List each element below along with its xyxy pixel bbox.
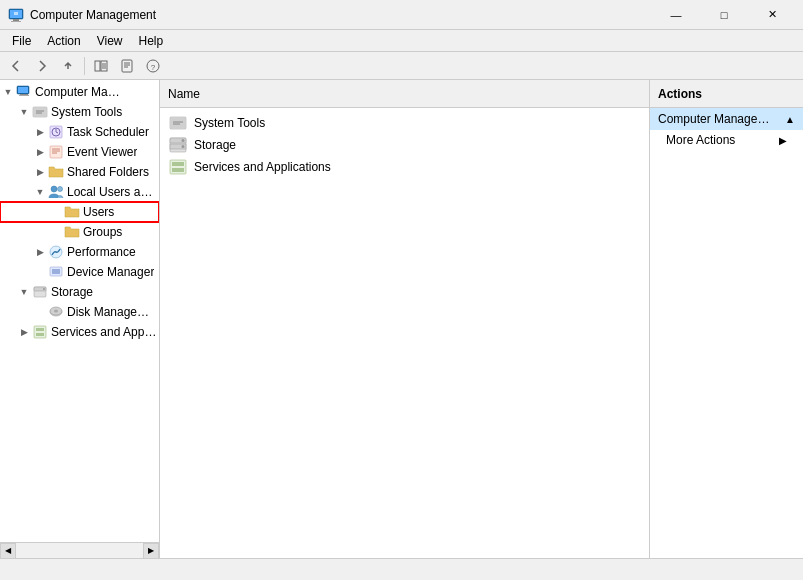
name-column-header: Name bbox=[168, 87, 200, 101]
tree-node-disk-management[interactable]: ▶ Disk Management bbox=[0, 302, 159, 322]
svg-rect-21 bbox=[34, 108, 46, 116]
close-button[interactable]: ✕ bbox=[749, 0, 795, 30]
tree-panel: ▼ Computer Management (Local ▼ bbox=[0, 80, 160, 558]
users-folder-icon bbox=[64, 204, 80, 220]
actions-header: Actions bbox=[650, 80, 803, 108]
expand-services-apps[interactable]: ▶ bbox=[16, 324, 32, 340]
svg-rect-19 bbox=[19, 95, 29, 96]
list-item-system-tools[interactable]: System Tools bbox=[164, 112, 645, 134]
window-controls: — □ ✕ bbox=[653, 0, 795, 30]
scroll-right-arrow[interactable]: ▶ bbox=[143, 543, 159, 559]
shared-folders-icon bbox=[48, 164, 64, 180]
svg-rect-18 bbox=[20, 94, 28, 95]
tree-node-device-manager[interactable]: ▶ Device Manager bbox=[0, 262, 159, 282]
list-item-services-applications[interactable]: Services and Applications bbox=[164, 156, 645, 178]
action-item-more-actions[interactable]: More Actions ▶ bbox=[650, 130, 803, 150]
maximize-button[interactable]: □ bbox=[701, 0, 747, 30]
tree-node-task-scheduler[interactable]: ▶ Task Scheduler bbox=[0, 122, 159, 142]
scroll-track-left[interactable] bbox=[16, 543, 143, 558]
svg-point-39 bbox=[43, 288, 45, 290]
tree-node-label-task-scheduler: Task Scheduler bbox=[67, 125, 149, 139]
minimize-button[interactable]: — bbox=[653, 0, 699, 30]
svg-rect-17 bbox=[18, 87, 28, 93]
svg-point-54 bbox=[182, 145, 185, 148]
expand-storage[interactable]: ▼ bbox=[16, 284, 32, 300]
tree-node-storage[interactable]: ▼ Storage bbox=[0, 282, 159, 302]
action-group-arrow: ▲ bbox=[785, 114, 795, 125]
svg-text:?: ? bbox=[151, 63, 156, 72]
svg-rect-3 bbox=[11, 21, 21, 22]
properties-button[interactable] bbox=[115, 55, 139, 77]
toolbar: ? bbox=[0, 52, 803, 80]
scroll-left-arrow[interactable]: ◀ bbox=[0, 543, 16, 559]
expand-task-scheduler[interactable]: ▶ bbox=[32, 124, 48, 140]
list-item-label-system-tools: System Tools bbox=[194, 116, 265, 130]
expand-local-users-groups[interactable]: ▼ bbox=[32, 184, 48, 200]
forward-button[interactable] bbox=[30, 55, 54, 77]
tree-node-event-viewer[interactable]: ▶ Event Viewer bbox=[0, 142, 159, 162]
tree-node-label-storage: Storage bbox=[51, 285, 93, 299]
up-button[interactable] bbox=[56, 55, 80, 77]
services-list-icon bbox=[168, 157, 188, 177]
tree-node-shared-folders[interactable]: ▶ Shared Folders bbox=[0, 162, 159, 182]
svg-point-52 bbox=[182, 139, 185, 142]
expand-performance[interactable]: ▶ bbox=[32, 244, 48, 260]
tree-content: ▼ Computer Management (Local ▼ bbox=[0, 80, 159, 542]
tree-node-services-apps[interactable]: ▶ Services and Applications bbox=[0, 322, 159, 342]
action-submenu-arrow: ▶ bbox=[779, 135, 787, 146]
tree-node-groups[interactable]: ▶ Groups bbox=[0, 222, 159, 242]
list-item-storage[interactable]: Storage bbox=[164, 134, 645, 156]
svg-rect-5 bbox=[95, 61, 100, 71]
center-content: System Tools Storage bbox=[160, 108, 649, 558]
back-button[interactable] bbox=[4, 55, 28, 77]
tree-node-label-system-tools: System Tools bbox=[51, 105, 122, 119]
actions-title: Actions bbox=[658, 87, 702, 101]
performance-icon bbox=[48, 244, 64, 260]
actions-content: Computer Management (L... ▲ More Actions… bbox=[650, 108, 803, 558]
show-hide-console[interactable] bbox=[89, 55, 113, 77]
app-icon bbox=[8, 7, 24, 23]
tree-node-label-device-manager: Device Manager bbox=[67, 265, 154, 279]
menu-help[interactable]: Help bbox=[131, 32, 172, 50]
svg-rect-2 bbox=[13, 19, 19, 21]
menu-action[interactable]: Action bbox=[39, 32, 88, 50]
svg-rect-10 bbox=[122, 60, 132, 72]
list-item-label-services-applications: Services and Applications bbox=[194, 160, 331, 174]
expand-computer-management[interactable]: ▼ bbox=[0, 84, 16, 100]
tree-node-computer-management[interactable]: ▼ Computer Management (Local bbox=[0, 82, 159, 102]
list-item-label-storage: Storage bbox=[194, 138, 236, 152]
menu-view[interactable]: View bbox=[89, 32, 131, 50]
svg-point-33 bbox=[58, 187, 63, 192]
system-tools-icon bbox=[32, 104, 48, 120]
tree-node-users[interactable]: ▶ Users bbox=[0, 202, 159, 222]
title-bar: Computer Management — □ ✕ bbox=[0, 0, 803, 30]
help-button[interactable]: ? bbox=[141, 55, 165, 77]
expand-shared-folders[interactable]: ▶ bbox=[32, 164, 48, 180]
svg-rect-44 bbox=[36, 328, 44, 331]
disk-management-icon bbox=[48, 304, 64, 320]
action-group-computer-management[interactable]: Computer Management (L... ▲ bbox=[650, 108, 803, 130]
svg-rect-36 bbox=[52, 269, 60, 274]
local-users-icon bbox=[48, 184, 64, 200]
svg-point-42 bbox=[54, 310, 58, 313]
expand-system-tools[interactable]: ▼ bbox=[16, 104, 32, 120]
svg-rect-43 bbox=[34, 326, 46, 338]
tree-node-label-shared-folders: Shared Folders bbox=[67, 165, 149, 179]
storage-icon bbox=[32, 284, 48, 300]
action-item-label-more-actions: More Actions bbox=[666, 133, 735, 147]
expand-event-viewer[interactable]: ▶ bbox=[32, 144, 48, 160]
menu-file[interactable]: File bbox=[4, 32, 39, 50]
svg-rect-45 bbox=[36, 333, 44, 336]
tree-node-local-users-groups[interactable]: ▼ Local Users and Groups bbox=[0, 182, 159, 202]
tree-node-label-users: Users bbox=[83, 205, 114, 219]
tree-node-system-tools[interactable]: ▼ System Tools bbox=[0, 102, 159, 122]
tree-node-label-performance: Performance bbox=[67, 245, 136, 259]
device-manager-icon bbox=[48, 264, 64, 280]
svg-rect-56 bbox=[172, 162, 184, 166]
tree-node-performance[interactable]: ▶ Performance bbox=[0, 242, 159, 262]
status-bar bbox=[0, 558, 803, 580]
window-title: Computer Management bbox=[30, 8, 156, 22]
tree-node-label-event-viewer: Event Viewer bbox=[67, 145, 137, 159]
svg-point-32 bbox=[51, 186, 57, 192]
tree-scrollbar-horizontal[interactable]: ◀ ▶ bbox=[0, 542, 159, 558]
